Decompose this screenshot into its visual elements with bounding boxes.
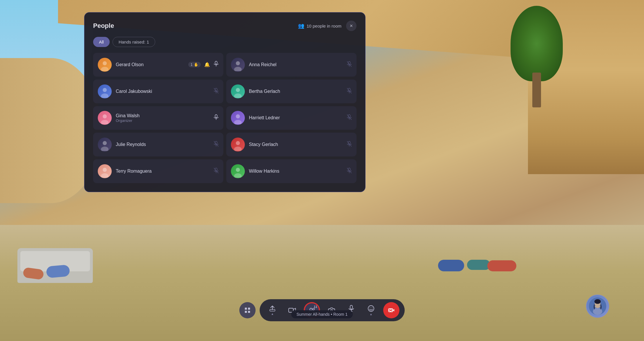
bg-cushion-blue [438,260,464,271]
share-button[interactable]: ▲ [265,303,280,318]
mic-off-icon [214,141,219,148]
person-avatar [98,58,112,72]
person-row: Terry Romaguera [93,159,223,183]
bg-cushion-teal [467,260,490,270]
bell-icon: 🔔 [204,62,210,67]
person-avatar [231,138,245,151]
svg-point-18 [236,88,240,92]
tree-canopy [511,6,563,81]
person-icons: 1✋🔔 [188,61,219,68]
svg-rect-61 [248,311,250,313]
person-avatar [231,84,245,98]
person-role: Organizer [116,118,209,123]
grid-button[interactable] [239,302,256,318]
person-avatar [231,58,245,72]
svg-point-71 [370,307,370,308]
person-icons [214,114,219,122]
emoji-arrow: ▲ [370,313,372,316]
person-row: Gerard Olson 1✋🔔 [93,53,223,77]
panel-title: People [93,22,114,30]
mic-off-icon [347,114,352,121]
svg-rect-3 [215,61,217,64]
tree-trunk [532,73,541,107]
svg-point-72 [372,307,372,308]
person-icons [214,168,219,175]
mic-off-icon [347,168,352,175]
svg-point-1 [103,61,107,65]
svg-point-79 [594,299,601,304]
person-name: Gina Walsh [116,113,209,118]
person-row: Stacy Gerlach [226,133,357,156]
filter-hands-tab[interactable]: Hands raised: 1 [113,37,155,47]
person-info: Julie Reynolds [116,142,209,147]
people-panel: People 👥 10 people in room × All Hands r… [84,12,366,192]
svg-point-41 [236,141,240,145]
svg-rect-59 [248,308,250,310]
person-name: Anna Reichel [249,62,343,67]
person-icons [347,61,352,68]
filter-all-tab[interactable]: All [93,37,110,47]
person-info: Gina Walsh Organizer [116,113,209,123]
svg-point-29 [236,114,240,118]
person-info: Anna Reichel [249,62,343,67]
share-icon [269,305,276,312]
svg-rect-60 [245,311,247,313]
people-grid: Gerard Olson 1✋🔔 A [93,53,357,183]
svg-rect-67 [350,305,352,309]
person-avatar [231,111,245,125]
person-info: Willow Harkins [249,169,343,174]
person-name: Julie Reynolds [116,142,209,147]
person-icons [347,168,352,175]
person-avatar [98,138,112,151]
svg-point-35 [103,141,107,145]
mic-off-icon [347,141,352,148]
svg-point-53 [236,168,240,172]
person-icons [214,88,219,95]
close-button[interactable]: × [346,21,357,31]
emoji-icon [368,305,375,312]
bg-floor [0,225,644,341]
mic-off-icon [214,168,219,175]
person-row: Julie Reynolds [93,133,223,156]
person-info: Bertha Gerlach [249,89,343,94]
person-avatar [98,84,112,98]
end-button[interactable] [383,302,399,318]
mic-off-icon [347,61,352,68]
share-arrow: ▲ [271,312,274,315]
person-name: Carol Jakubowski [116,89,209,94]
person-info: Stacy Gerlach [249,142,343,147]
panel-header: People 👥 10 people in room × [93,21,357,31]
svg-rect-26 [215,115,217,118]
person-icons [214,141,219,148]
person-info: Gerard Olson [116,62,184,67]
person-row: Harriett Ledner [226,106,357,130]
person-name: Willow Harkins [249,169,343,174]
mic-on-icon [214,114,219,122]
meeting-tooltip: Summer All-hands • Room 1 [291,310,353,318]
person-row: Bertha Gerlach [226,80,357,103]
person-avatar [98,164,112,178]
people-count-text: 10 people in room [307,24,341,28]
person-name: Stacy Gerlach [249,142,343,147]
person-row: Carol Jakubowski [93,80,223,103]
svg-point-12 [103,88,107,92]
people-group-icon: 👥 [298,23,304,29]
svg-point-47 [103,168,107,172]
person-icons [347,88,352,95]
person-name: Bertha Gerlach [249,89,343,94]
people-count-badge: 👥 10 people in room [298,23,341,29]
bg-cushion-red [487,260,516,271]
self-avatar [586,295,609,318]
svg-point-70 [368,306,374,311]
filter-row: All Hands raised: 1 [93,37,357,47]
reactions-button[interactable]: ▲ [363,303,379,318]
person-avatar [98,111,112,125]
person-name: Harriett Ledner [249,115,343,120]
mic-off-icon [347,88,352,95]
person-avatar [231,164,245,178]
grid-icon [244,307,251,314]
person-name: Terry Romaguera [116,169,209,174]
mic-off-icon [214,88,219,95]
svg-rect-58 [245,308,247,310]
person-name: Gerard Olson [116,62,184,67]
